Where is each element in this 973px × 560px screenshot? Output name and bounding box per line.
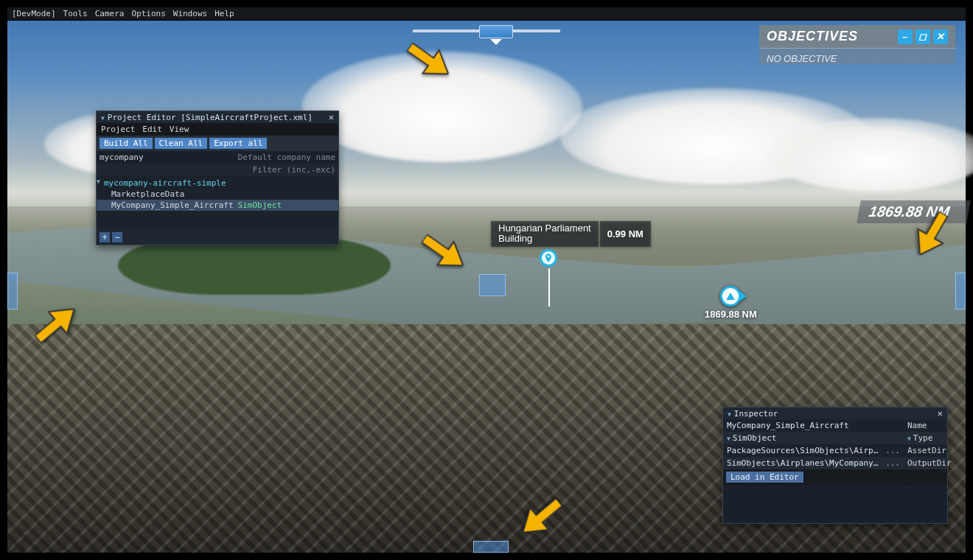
project-editor-title[interactable]: Project Editor [SimpleAircraftProject.xm… [101, 113, 313, 122]
waypoint-distance: 1869.88 NM [705, 309, 757, 320]
waypoint-icon [720, 286, 741, 307]
tree-marketplace[interactable]: MarketplaceData [97, 189, 338, 200]
inspector-outputdir-browse[interactable]: ... [882, 457, 903, 469]
project-editor-panel[interactable]: Project Editor [SimpleAircraftProject.xm… [96, 111, 339, 245]
menu-tools[interactable]: Tools [63, 9, 88, 18]
inspector-type-value[interactable]: SimObject [723, 432, 903, 444]
pe-menu-view[interactable]: View [170, 125, 189, 134]
poi-label[interactable]: Hungarian Parliament Building 0.99 NM [491, 221, 651, 247]
cloud [767, 118, 973, 192]
poi-distance: 0.99 NM [600, 221, 651, 247]
poi-pin-line [548, 268, 550, 307]
tree-item-type: SimObject [238, 200, 282, 210]
tree-root[interactable]: mycompany-aircraft-simple [97, 178, 338, 189]
inspector-outputdir-value[interactable]: SimObjects\Airplanes\MyCompany_Simple_Ai… [723, 457, 882, 469]
tree-selected-item[interactable]: MyCompany_Simple_AircraftSimObject [97, 200, 338, 211]
menu-camera[interactable]: Camera [95, 9, 125, 18]
dock-zone-bottom[interactable] [473, 541, 509, 553]
menu-windows[interactable]: Windows [173, 9, 207, 18]
dock-zone-left[interactable] [7, 273, 18, 309]
inspector-title[interactable]: Inspector [728, 409, 778, 419]
poi-marker-icon[interactable] [540, 249, 557, 267]
dock-zone-right[interactable] [955, 273, 966, 309]
company-field[interactable]: mycompany [100, 153, 238, 162]
inspector-type-label: Type [903, 432, 947, 444]
objectives-minimize-button[interactable]: – [898, 29, 913, 44]
pe-menu-project[interactable]: Project [101, 125, 135, 134]
menu-options[interactable]: Options [131, 9, 165, 18]
waypoint-marker[interactable]: 1869.88 NM [705, 286, 757, 320]
load-in-editor-button[interactable]: Load in Editor [726, 472, 803, 483]
clean-all-button[interactable]: Clean All [155, 138, 208, 149]
objectives-body: NO OBJECTIVE [759, 48, 955, 64]
inspector-panel[interactable]: Inspector ✕ MyCompany_Simple_Aircraft Na… [722, 407, 948, 524]
build-all-button[interactable]: Build All [100, 138, 153, 149]
pe-menu-edit[interactable]: Edit [142, 125, 162, 134]
inspector-assetdir-browse[interactable]: ... [882, 444, 903, 457]
export-all-button[interactable]: Export all [209, 138, 267, 149]
project-editor-close-button[interactable]: ✕ [329, 113, 334, 122]
poi-name: Hungarian Parliament Building [491, 221, 599, 247]
tree-add-button[interactable]: + [100, 232, 110, 242]
filter-hint: Filter (inc,-exc) [252, 165, 335, 175]
inspector-assetdir-label: AssetDir [903, 444, 947, 457]
viewport[interactable]: [DevMode] Tools Camera Options Windows H… [7, 7, 966, 553]
menu-devmode[interactable]: [DevMode] [12, 9, 56, 18]
objectives-popout-button[interactable]: ◻ [916, 29, 930, 44]
tree-remove-button[interactable]: − [112, 232, 122, 242]
inspector-blank-area [723, 485, 947, 523]
objectives-panel: OBJECTIVES – ◻ ✕ NO OBJECTIVE [759, 25, 955, 64]
dock-zone-center[interactable] [479, 274, 506, 296]
objectives-title: OBJECTIVES [767, 29, 858, 44]
top-panel-handle[interactable] [479, 25, 513, 38]
dev-menubar: [DevMode] Tools Camera Options Windows H… [7, 7, 966, 21]
inspector-assetdir-value[interactable]: PackageSources\SimObjects\Airplanes\MyCo… [723, 444, 882, 457]
company-hint: Default company name [238, 153, 335, 162]
project-tree: mycompany-aircraft-simple MarketplaceDat… [97, 176, 338, 230]
inspector-name-value[interactable]: MyCompany_Simple_Aircraft [723, 419, 903, 432]
inspector-name-label: Name [903, 419, 947, 432]
inspector-close-button[interactable]: ✕ [938, 409, 943, 418]
filter-field[interactable] [100, 165, 252, 175]
objectives-close-button[interactable]: ✕ [933, 29, 948, 44]
inspector-outputdir-label: OutputDir [903, 457, 947, 469]
menu-help[interactable]: Help [215, 9, 234, 18]
